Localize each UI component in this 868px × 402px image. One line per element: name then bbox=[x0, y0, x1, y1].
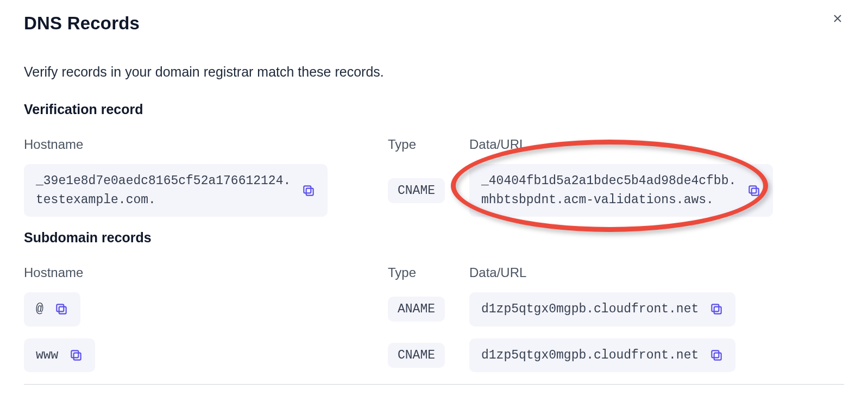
svg-rect-4 bbox=[59, 307, 66, 314]
subdomain-section-title: Subdomain records bbox=[24, 230, 844, 246]
subdomain-hostname-cell: www bbox=[24, 338, 95, 373]
copy-data-button[interactable] bbox=[709, 302, 724, 316]
header-hostname: Hostname bbox=[24, 137, 388, 152]
verification-hostname-value: _39e1e8d7e0aedc8165cf52a176612124.testex… bbox=[36, 172, 291, 209]
subdomain-data-value: d1zp5qtgx0mgpb.cloudfront.net bbox=[481, 346, 699, 365]
subdomain-hostname-value: www bbox=[36, 346, 58, 365]
svg-rect-7 bbox=[712, 305, 719, 312]
svg-rect-9 bbox=[72, 350, 79, 357]
copy-hostname-button[interactable] bbox=[301, 184, 316, 198]
header-hostname: Hostname bbox=[24, 265, 388, 280]
verification-table-header: Hostname Type Data/URL bbox=[24, 137, 844, 152]
copy-icon bbox=[709, 348, 724, 362]
verification-row: _39e1e8d7e0aedc8165cf52a176612124.testex… bbox=[24, 164, 844, 217]
copy-icon bbox=[709, 302, 724, 316]
svg-rect-10 bbox=[714, 353, 721, 360]
copy-data-button[interactable] bbox=[709, 348, 724, 362]
divider bbox=[24, 384, 844, 385]
copy-data-button[interactable] bbox=[747, 184, 761, 198]
subdomain-table-header: Hostname Type Data/URL bbox=[24, 265, 844, 280]
subdomain-type-value: ANAME bbox=[388, 297, 445, 322]
subdomain-section: Subdomain records Hostname Type Data/URL… bbox=[24, 230, 844, 385]
header-data: Data/URL bbox=[469, 265, 844, 280]
svg-rect-3 bbox=[750, 186, 757, 193]
subdomain-data-cell: d1zp5qtgx0mgpb.cloudfront.net bbox=[469, 292, 735, 326]
copy-icon bbox=[301, 184, 316, 198]
verification-section: Verification record Hostname Type Data/U… bbox=[24, 102, 844, 217]
svg-rect-11 bbox=[712, 350, 719, 357]
subdomain-row: @ ANAME d1zp5qtgx0mgpb.cloudfront.net bbox=[24, 292, 844, 326]
header-type: Type bbox=[388, 265, 469, 280]
svg-rect-1 bbox=[304, 186, 311, 193]
close-icon bbox=[831, 12, 844, 25]
copy-hostname-button[interactable] bbox=[54, 302, 68, 316]
header-type: Type bbox=[388, 137, 469, 152]
copy-hostname-button[interactable] bbox=[69, 348, 83, 362]
svg-rect-8 bbox=[74, 353, 81, 360]
header-data: Data/URL bbox=[469, 137, 844, 152]
svg-rect-0 bbox=[306, 188, 313, 195]
copy-icon bbox=[69, 348, 83, 362]
svg-rect-5 bbox=[56, 305, 64, 312]
verification-data-value: _40404fb1d5a2a1bdec5b4ad98de4cfbb.mhbtsb… bbox=[481, 172, 736, 209]
subdomain-type-value: CNAME bbox=[388, 343, 445, 368]
subdomain-data-value: d1zp5qtgx0mgpb.cloudfront.net bbox=[481, 300, 699, 319]
subdomain-hostname-cell: @ bbox=[24, 292, 80, 326]
svg-rect-6 bbox=[714, 307, 721, 314]
dialog-title: DNS Records bbox=[24, 13, 844, 34]
verification-data-cell: _40404fb1d5a2a1bdec5b4ad98de4cfbb.mhbtsb… bbox=[469, 164, 773, 217]
copy-icon bbox=[747, 184, 761, 198]
verification-section-title: Verification record bbox=[24, 102, 844, 117]
copy-icon bbox=[54, 302, 68, 316]
svg-rect-2 bbox=[752, 188, 759, 195]
subdomain-hostname-value: @ bbox=[36, 300, 43, 319]
verification-hostname-cell: _39e1e8d7e0aedc8165cf52a176612124.testex… bbox=[24, 164, 328, 217]
close-button[interactable] bbox=[831, 12, 844, 25]
verification-type-value: CNAME bbox=[388, 178, 445, 203]
subdomain-row: www CNAME d1zp5qtgx0mgpb.cloudfront.net bbox=[24, 338, 844, 373]
subdomain-data-cell: d1zp5qtgx0mgpb.cloudfront.net bbox=[469, 338, 735, 373]
dialog-description: Verify records in your domain registrar … bbox=[24, 64, 844, 80]
